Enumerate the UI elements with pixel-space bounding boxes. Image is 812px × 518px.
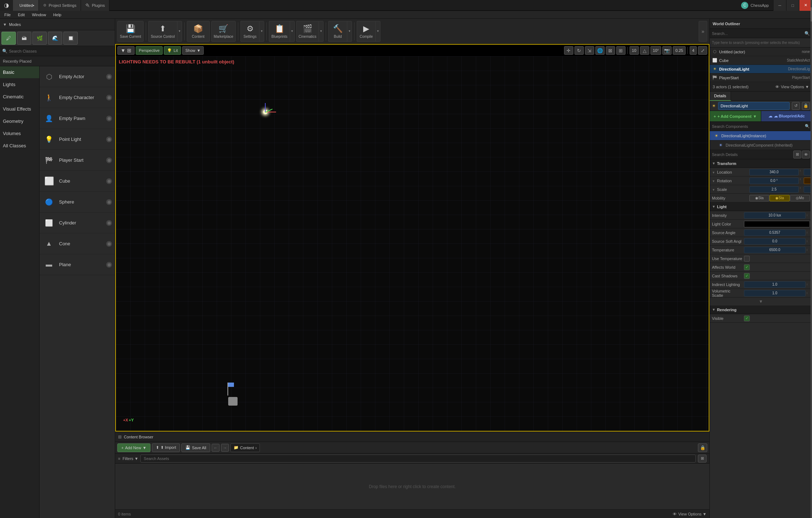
empty-character-add[interactable]: ◎ bbox=[106, 95, 112, 101]
category-all-classes[interactable]: All Classes bbox=[0, 140, 39, 152]
menu-edit[interactable]: Edit bbox=[14, 12, 28, 18]
marketplace-button[interactable]: 🛒 Marketplace bbox=[211, 21, 236, 42]
indirect-lighting-arrow[interactable]: ↕ bbox=[806, 283, 810, 286]
rotation-x-arrow[interactable]: ↕ bbox=[799, 178, 803, 184]
list-item-sphere[interactable]: 🔵 Sphere ◎ bbox=[40, 192, 115, 213]
build-button[interactable]: 🔨 Build ▼ bbox=[328, 21, 352, 42]
save-current-button[interactable]: 💾 Save Current bbox=[117, 21, 144, 42]
mobility-movable-btn[interactable]: ◎ Mo bbox=[790, 195, 810, 201]
add-new-button[interactable]: + Add New ▼ bbox=[117, 443, 150, 452]
translate-icon-btn[interactable]: ✛ bbox=[564, 46, 573, 55]
details-lock-icon-btn[interactable]: 🔒 bbox=[802, 102, 810, 110]
angle-btn[interactable]: 10° bbox=[650, 46, 662, 55]
list-item-point-light[interactable]: 💡 Point Light ◎ bbox=[40, 129, 115, 150]
outliner-row-untitled[interactable]: ⬡ Untitled (actor) none bbox=[710, 48, 812, 56]
component-row-directional-light-component[interactable]: ☀ DirectionalLightComponent (Inherited) bbox=[710, 140, 812, 150]
mobility-static-btn[interactable]: ◉ Sta bbox=[749, 195, 769, 201]
mode-btn-paint[interactable]: 🏔 bbox=[17, 32, 31, 45]
list-item-empty-character[interactable]: 🚶 Empty Character ◎ bbox=[40, 87, 115, 108]
outliner-row-player-start[interactable]: 🏁 PlayerStart PlayerStart bbox=[710, 73, 812, 82]
details-grid-icon-btn[interactable]: ⊞ bbox=[793, 151, 801, 158]
source-soft-angle-arrow[interactable]: ↕ bbox=[806, 240, 810, 243]
list-item-empty-pawn[interactable]: 👤 Empty Pawn ◎ bbox=[40, 108, 115, 129]
list-item-empty-actor[interactable]: ⬡ Empty Actor ◎ bbox=[40, 66, 115, 87]
intensity-input[interactable] bbox=[744, 212, 806, 219]
search-assets-input[interactable] bbox=[140, 455, 696, 463]
cinematics-button[interactable]: 🎬 Cinematics ▼ bbox=[296, 21, 324, 42]
cb-view-options-button[interactable]: 👁 View Options ▼ bbox=[673, 512, 707, 516]
angle-icon-btn[interactable]: △ bbox=[640, 46, 649, 55]
menu-help[interactable]: Help bbox=[50, 12, 65, 18]
cb-search-settings-button[interactable]: ⊞ bbox=[698, 455, 707, 463]
outliner-row-directional-light[interactable]: ☀ DirectionalLight DirectionalLig bbox=[710, 65, 812, 73]
build-arrow[interactable]: ▼ bbox=[347, 21, 352, 42]
scale-x-arrow[interactable]: ↕ bbox=[799, 186, 803, 193]
scale-snap-btn[interactable]: 0.25 bbox=[673, 46, 685, 55]
compile-arrow[interactable]: ▼ bbox=[375, 21, 380, 42]
tab-details[interactable]: Details bbox=[710, 91, 731, 101]
settings-arrow[interactable]: ▼ bbox=[259, 21, 264, 42]
visible-checkbox[interactable]: ✓ bbox=[744, 316, 750, 321]
location-x-arrow[interactable]: ↕ bbox=[799, 169, 803, 175]
outliner-search-input[interactable] bbox=[712, 31, 804, 36]
mode-btn-place[interactable]: 🖊 bbox=[1, 32, 16, 45]
cinematics-arrow[interactable]: ▼ bbox=[319, 21, 324, 42]
indirect-lighting-input[interactable] bbox=[744, 281, 806, 288]
mode-btn-geometry[interactable]: 🔲 bbox=[63, 32, 78, 45]
settings-button[interactable]: ⚙ Settings ▼ bbox=[240, 21, 264, 42]
source-soft-angle-input[interactable] bbox=[744, 238, 806, 245]
details-search-input[interactable] bbox=[712, 152, 792, 157]
scale-x-input[interactable] bbox=[749, 186, 799, 193]
blueprints-arrow[interactable]: ▼ bbox=[290, 21, 295, 42]
world-icon-btn[interactable]: 🌐 bbox=[595, 46, 605, 55]
viewport-count-btn[interactable]: 4 bbox=[690, 46, 697, 55]
blueprint-button[interactable]: ☁ ☁ Blueprint/Adc bbox=[761, 111, 812, 121]
search-classes-input[interactable] bbox=[9, 49, 113, 53]
cb-back-button[interactable]: ← bbox=[212, 444, 220, 452]
cb-forward-button[interactable]: → bbox=[221, 444, 229, 452]
category-volumes[interactable]: Volumes bbox=[0, 128, 39, 140]
camera-speed-icon-btn[interactable]: 📷 bbox=[662, 46, 672, 55]
temperature-input[interactable] bbox=[744, 247, 806, 253]
maximize-viewport-btn[interactable]: ⤢ bbox=[698, 46, 707, 55]
viewport-3d[interactable]: LIGHTING NEEDS TO BE REBUILT (1 unbuilt … bbox=[116, 56, 709, 431]
tab-untitled[interactable]: Untitled• bbox=[13, 0, 39, 11]
light-color-swatch[interactable] bbox=[744, 221, 810, 227]
cinematics-main[interactable]: 🎬 Cinematics bbox=[296, 21, 319, 42]
list-item-player-start[interactable]: 🏁 Player Start ◎ bbox=[40, 150, 115, 171]
component-row-directional-light-instance[interactable]: ☀ DirectionalLight(Instance) bbox=[710, 131, 812, 140]
category-lights[interactable]: Lights bbox=[0, 79, 39, 91]
add-component-button[interactable]: + + Add Component ▼ bbox=[710, 111, 761, 121]
category-visual-effects[interactable]: Visual Effects bbox=[0, 103, 39, 115]
volumetric-scatter-arrow[interactable]: ↕ bbox=[806, 291, 810, 295]
category-geometry[interactable]: Geometry bbox=[0, 115, 39, 128]
toolbar-overflow-button[interactable]: » bbox=[699, 21, 707, 42]
list-item-cylinder[interactable]: ⬜ Cylinder ◎ bbox=[40, 213, 115, 233]
menu-window[interactable]: Window bbox=[28, 12, 50, 18]
viewport-perspective-button[interactable]: Perspective bbox=[136, 46, 163, 55]
details-eye-icon-btn[interactable]: 👁 bbox=[802, 151, 810, 158]
content-button[interactable]: 📦 Content bbox=[187, 21, 210, 42]
viewport-lit-button[interactable]: 💡 Lit bbox=[164, 46, 181, 55]
rotation-x-input[interactable] bbox=[749, 178, 799, 184]
mode-btn-landscape[interactable]: 🌊 bbox=[48, 32, 62, 45]
cb-lock-button[interactable]: 🔒 bbox=[698, 443, 707, 452]
details-reset-icon-btn[interactable]: ↺ bbox=[792, 102, 800, 110]
cast-shadows-checkbox[interactable]: ✓ bbox=[744, 273, 750, 279]
settings-main[interactable]: ⚙ Settings bbox=[240, 21, 259, 42]
source-angle-input[interactable] bbox=[744, 229, 806, 236]
viewport-show-button[interactable]: Show ▼ bbox=[182, 46, 204, 55]
surface-icon-btn[interactable]: ⊠ bbox=[606, 46, 615, 55]
source-angle-arrow[interactable]: ↕ bbox=[806, 231, 810, 234]
scale-icon-btn[interactable]: ⇲ bbox=[585, 46, 594, 55]
category-cinematic[interactable]: Cinematic bbox=[0, 91, 39, 103]
location-x-input[interactable] bbox=[749, 169, 799, 175]
cb-content-area[interactable]: Drop files here or right click to create… bbox=[115, 464, 709, 509]
save-all-button[interactable]: 💾 Save All bbox=[181, 443, 210, 452]
compile-button[interactable]: ▶ Compile ▼ bbox=[357, 21, 380, 42]
affects-world-checkbox[interactable]: ✓ bbox=[744, 264, 750, 270]
outliner-view-options-button[interactable]: 👁 View Options ▼ bbox=[775, 85, 809, 89]
source-control-main[interactable]: ⬆ Source Control bbox=[148, 21, 177, 42]
empty-pawn-add[interactable]: ◎ bbox=[106, 116, 112, 121]
actor-name-input[interactable] bbox=[718, 102, 790, 110]
